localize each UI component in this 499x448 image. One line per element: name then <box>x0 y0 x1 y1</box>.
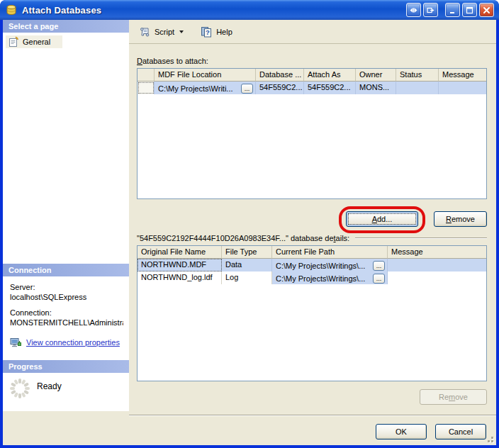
undock-button[interactable] <box>423 3 438 17</box>
grid1-header-selector <box>138 69 155 82</box>
remove-details-button[interactable]: Remove <box>420 389 487 405</box>
window-title: Attach Databases <box>22 5 402 16</box>
grid2-row-ldf[interactable]: NORTHWND_log.ldf Log C:\My Projects\Writ… <box>138 271 486 284</box>
attach-databases-dialog: Attach Databases <box>0 0 499 448</box>
message-cell <box>388 271 486 284</box>
file-type-cell[interactable]: Log <box>222 271 272 284</box>
sidebar-item-label: General <box>23 38 50 46</box>
undock-icon <box>427 6 434 14</box>
grid2-header-file-type: File Type <box>222 246 272 259</box>
sidebar-item-general[interactable]: General <box>6 35 62 48</box>
titlebar[interactable]: Attach Databases <box>0 0 499 20</box>
toolbar: Script ? Help <box>129 20 496 44</box>
grid1-header-attach-as: Attach As <box>304 69 356 82</box>
connection-header: Connection <box>3 264 129 276</box>
dock-button[interactable] <box>406 3 421 17</box>
main-panel: Script ? Help Databases to attach: <box>129 20 496 411</box>
view-connection-properties-link[interactable]: View connection properties <box>26 338 120 347</box>
grid1-header-owner: Owner <box>356 69 396 82</box>
help-icon: ? <box>201 26 213 38</box>
status-cell <box>396 82 439 94</box>
close-icon <box>483 6 490 14</box>
attach-as-cell[interactable]: 54F559C2... <box>304 82 356 94</box>
connection-properties-icon <box>10 337 22 348</box>
grid2-header-row: Original File Name File Type Current Fil… <box>138 246 486 259</box>
message-cell <box>388 259 486 271</box>
maximize-button[interactable] <box>462 3 477 17</box>
dock-icon <box>410 6 417 14</box>
close-button[interactable] <box>479 3 494 17</box>
current-file-path-cell[interactable]: C:\My Projects\Writings\... ... <box>272 259 388 271</box>
grid2-header-current-file-path: Current File Path <box>272 246 388 259</box>
databases-to-attach-grid[interactable]: MDF File Location Database ... Attach As… <box>137 68 487 199</box>
minimize-icon <box>449 6 456 14</box>
progress-status: Ready <box>37 381 62 407</box>
database-icon <box>5 4 18 16</box>
grid1-empty-area <box>138 94 486 198</box>
databases-to-attach-label: Databases to attach: <box>137 57 487 65</box>
grid1-header-row: MDF File Location Database ... Attach As… <box>138 69 486 82</box>
footer-separator <box>129 415 496 416</box>
owner-cell[interactable]: MONS... <box>356 82 396 94</box>
svg-text:?: ? <box>206 28 210 36</box>
connection-value: MONSTERMITCHELL\Administra <box>10 318 123 327</box>
script-button[interactable]: Script <box>136 24 186 40</box>
current-file-path-cell[interactable]: C:\My Projects\Writings\... ... <box>272 271 388 284</box>
help-button[interactable]: ? Help <box>198 24 235 40</box>
select-a-page-header: Select a page <box>3 20 129 33</box>
sidebar: Select a page General Connection <box>3 20 129 411</box>
ok-button[interactable]: OK <box>376 424 427 439</box>
original-file-name-cell[interactable]: NORTHWND.MDF <box>138 259 222 271</box>
details-separator <box>355 237 487 239</box>
database-cell[interactable]: 54F559C2... <box>256 82 304 94</box>
maximize-icon <box>466 6 473 14</box>
progress-spinner-icon <box>9 377 31 400</box>
browse-mdf-button[interactable]: ... <box>241 84 253 94</box>
connection-label: Connection: <box>10 308 123 318</box>
grid2-empty-area <box>138 284 486 381</box>
grid2-header-message: Message <box>388 246 486 259</box>
database-details-label: "54F559C2192F4444F10D26A0983E34F..." dat… <box>137 234 349 242</box>
grid1-header-mdf-file-location: MDF File Location <box>155 69 256 82</box>
script-dropdown-arrow-icon[interactable] <box>179 30 184 33</box>
help-label: Help <box>216 28 232 36</box>
file-type-cell[interactable]: Data <box>222 259 272 271</box>
server-value: localhost\SQLExpress <box>10 292 123 302</box>
server-label: Server: <box>10 282 123 292</box>
grid2-row-mdf[interactable]: NORTHWND.MDF Data C:\My Projects\Writing… <box>138 259 486 271</box>
original-file-name-cell[interactable]: NORTHWND_log.ldf <box>138 271 222 284</box>
grid1-row[interactable]: C:\My Projects\Writi... ... 54F559C2... … <box>138 82 486 94</box>
browse-path-button[interactable]: ... <box>373 261 385 271</box>
message-cell <box>439 82 486 94</box>
general-page-icon <box>8 36 19 47</box>
mdf-file-location-cell[interactable]: C:\My Projects\Writi... ... <box>155 82 256 94</box>
minimize-button[interactable] <box>445 3 460 17</box>
grid1-header-message: Message <box>439 69 486 82</box>
footer: OK Cancel <box>3 411 496 445</box>
grid2-header-original-file-name: Original File Name <box>138 246 222 259</box>
progress-header: Progress <box>3 360 129 373</box>
add-button[interactable]: Add... <box>346 211 418 227</box>
grid1-header-status: Status <box>396 69 439 82</box>
remove-button[interactable]: Remove <box>434 211 487 227</box>
browse-path-button[interactable]: ... <box>373 274 385 284</box>
row-selector-cell[interactable] <box>138 82 155 94</box>
script-label: Script <box>155 28 174 36</box>
database-details-grid[interactable]: Original File Name File Type Current Fil… <box>137 245 487 381</box>
resize-grip[interactable] <box>485 434 494 443</box>
script-icon <box>139 26 151 38</box>
grid1-header-database: Database ... <box>256 69 304 82</box>
cancel-button[interactable]: Cancel <box>435 424 486 439</box>
